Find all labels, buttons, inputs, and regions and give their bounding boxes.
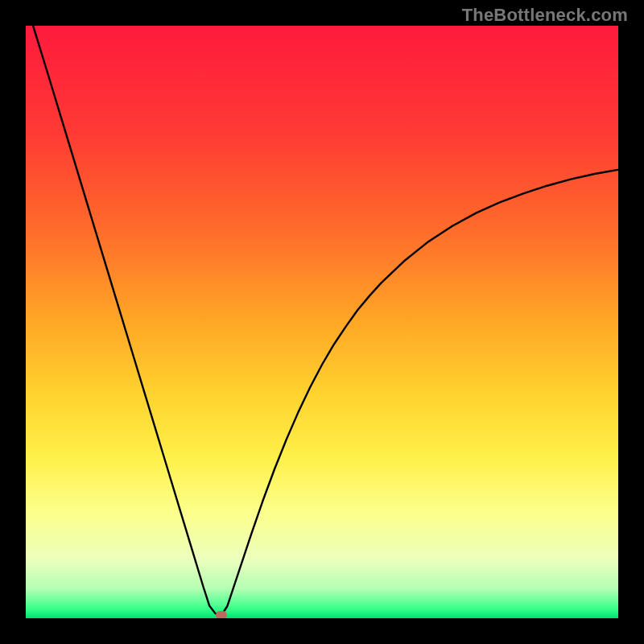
bottleneck-curve <box>26 26 618 618</box>
watermark-text: TheBottleneck.com <box>462 5 628 26</box>
optimum-marker <box>216 611 227 618</box>
chart-frame: TheBottleneck.com <box>0 0 644 644</box>
plot-area <box>26 26 618 618</box>
